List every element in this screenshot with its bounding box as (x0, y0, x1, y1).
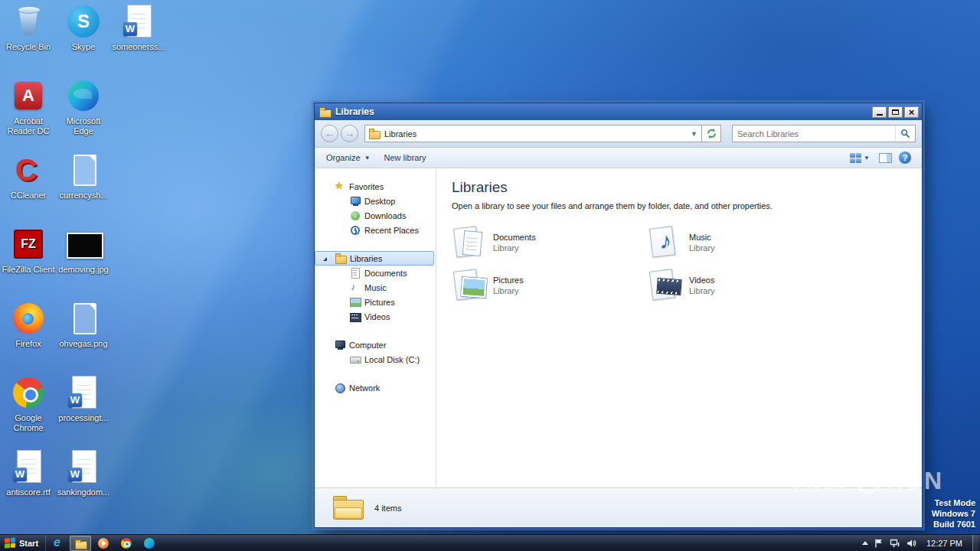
desktop-icon[interactable]: Acrobat Reader DC (2, 77, 55, 152)
show-desktop-button[interactable] (972, 535, 978, 551)
lib-documents-icon (452, 226, 487, 259)
broken-file-icon (65, 300, 102, 337)
back-button[interactable]: ← (321, 125, 338, 142)
show-hidden-icons-chevron[interactable] (862, 541, 868, 545)
window-titlebar[interactable]: Libraries (315, 103, 922, 120)
taskbar-internet-explorer[interactable] (47, 536, 68, 551)
address-dropdown-icon[interactable]: ▼ (691, 130, 697, 138)
search-icon[interactable] (895, 126, 915, 142)
internet-explorer-icon (51, 537, 64, 549)
address-bar[interactable]: Libraries ▼ (364, 125, 702, 142)
lib-videos-icon (648, 269, 683, 302)
desktop-icon[interactable]: currencysh... (57, 152, 110, 226)
lib-music-icon (648, 226, 683, 259)
library-tile[interactable]: Music Library (648, 226, 844, 269)
sidebar-libraries[interactable]: Libraries (315, 251, 434, 266)
desktop-icon[interactable]: demoving.jpg (57, 226, 110, 300)
refresh-button[interactable] (702, 125, 721, 142)
sidebar-computer[interactable]: Computer (315, 337, 436, 352)
desktop-icon-label: Firefox (2, 339, 55, 349)
videos-icon (350, 311, 361, 322)
desktop-icon[interactable]: FileZilla Client (2, 226, 55, 300)
sidebar-item[interactable]: Videos (315, 309, 436, 324)
sidebar-item[interactable]: Recent Places (315, 223, 436, 237)
chrome-icon (120, 537, 132, 549)
desktop-icon[interactable]: Recycle Bin (2, 3, 55, 77)
folder-icon (333, 496, 364, 520)
page-title: Libraries (452, 179, 906, 196)
sidebar-network[interactable]: Network (315, 380, 436, 395)
desktop-icon-label: Recycle Bin (2, 42, 55, 52)
network-tray-icon[interactable] (890, 538, 900, 549)
media-player-icon (97, 537, 109, 549)
taskbar-chrome[interactable] (116, 536, 137, 551)
test-mode-watermark: Test Mode Windows 7 Build 7601 (932, 497, 975, 530)
desktop-icon[interactable]: antiscore.rtf (2, 448, 55, 523)
forward-button[interactable]: → (341, 125, 358, 142)
content-pane: Libraries Open a library to see your fil… (436, 168, 922, 487)
library-name: Music (689, 232, 715, 243)
desktop-icon-column: Recycle Bin Acrobat Reader DC CCleaner F… (2, 3, 55, 523)
libraries-breadcrumb-icon (369, 129, 381, 139)
new-library-button[interactable]: New library (377, 150, 433, 166)
change-view-button[interactable]: ▼ (848, 150, 872, 166)
disk-icon (350, 354, 361, 365)
desktop-icon-label: Acrobat Reader DC (2, 116, 55, 136)
sidebar-item[interactable]: Downloads (315, 208, 436, 223)
network-icon (335, 383, 345, 393)
views-icon (850, 153, 861, 163)
desktop-icon-label: processingt... (57, 413, 110, 423)
word-doc-icon (65, 374, 102, 411)
close-button[interactable] (904, 106, 919, 118)
desktop-icon[interactable]: someonerss... (112, 3, 165, 77)
sidebar-item[interactable]: Local Disk (C:) (315, 352, 436, 367)
desktop-icon[interactable]: Microsoft Edge (57, 77, 110, 152)
details-pane: 4 items (315, 487, 922, 527)
refresh-icon (706, 128, 717, 139)
favorites-star-icon (335, 181, 345, 192)
desktop-icon (350, 196, 361, 207)
desktop-icon[interactable]: Firefox (2, 300, 55, 374)
sidebar-item[interactable]: Music (315, 280, 436, 295)
desktop-icon[interactable]: processingt... (57, 374, 110, 448)
word-doc-icon (65, 448, 102, 485)
taskbar-clock[interactable]: 12:27 PM (922, 539, 967, 548)
navigation-bar: ← → Libraries ▼ (315, 120, 922, 148)
desktop-icon-label: Google Chrome (2, 413, 55, 433)
chevron-down-icon: ▼ (864, 155, 870, 161)
music-icon (350, 282, 361, 293)
start-button[interactable]: Start (0, 535, 46, 551)
breadcrumb[interactable]: Libraries (384, 129, 416, 139)
sidebar-favorites[interactable]: Favorites (315, 179, 436, 194)
library-name: Videos (689, 275, 715, 285)
expander-icon[interactable] (323, 257, 327, 261)
action-center-flag-icon[interactable] (874, 538, 884, 549)
sidebar-item[interactable]: Documents (315, 266, 436, 280)
sidebar-item[interactable]: Pictures (315, 295, 436, 309)
help-button[interactable]: ? (899, 152, 911, 164)
taskbar-windows-explorer[interactable] (70, 536, 91, 551)
search-input[interactable] (733, 129, 895, 139)
library-tile[interactable]: Pictures Library (452, 269, 648, 311)
ccleaner-icon (10, 152, 47, 188)
maximize-button[interactable] (888, 106, 903, 118)
library-tile[interactable]: Videos Library (648, 269, 844, 311)
desktop-icon[interactable]: CCleaner (2, 152, 55, 226)
taskbar-media-player[interactable] (93, 536, 114, 551)
window-title: Libraries (335, 106, 374, 117)
preview-pane-button[interactable] (879, 153, 892, 163)
sidebar-item[interactable]: Desktop (315, 194, 436, 208)
organize-button[interactable]: Organize▼ (319, 150, 377, 166)
explorer-window: Libraries ← → Libraries ▼ (314, 103, 923, 528)
taskbar-edge[interactable] (139, 536, 160, 551)
firefox-icon (10, 300, 47, 337)
recent-places-icon (350, 225, 361, 236)
library-type: Library (689, 285, 715, 296)
volume-icon[interactable] (906, 538, 916, 549)
library-tile[interactable]: Documents Library (452, 226, 648, 269)
desktop-icon[interactable]: Skype (57, 3, 110, 77)
desktop-icon[interactable]: ohvegas.png (57, 300, 110, 374)
desktop-icon[interactable]: Google Chrome (2, 374, 55, 448)
desktop-icon[interactable]: sankingdom... (57, 448, 110, 523)
minimize-button[interactable] (872, 106, 887, 118)
